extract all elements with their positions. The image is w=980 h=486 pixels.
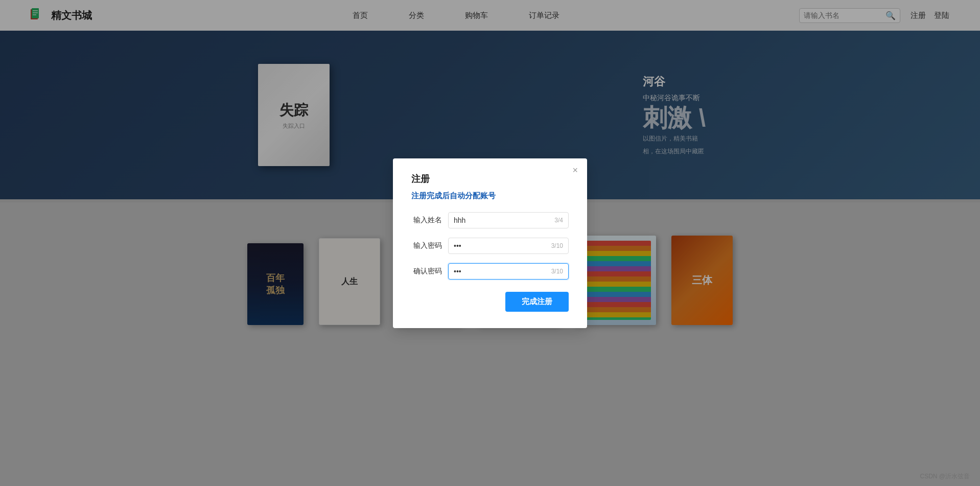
modal-title: 注册 — [411, 173, 569, 185]
submit-row: 完成注册 — [411, 292, 569, 312]
confirm-input[interactable] — [454, 267, 548, 275]
password-input[interactable] — [454, 242, 548, 250]
password-input-wrapper: 3/10 — [448, 238, 569, 254]
password-count: 3/10 — [551, 242, 563, 249]
modal-close-button[interactable]: × — [572, 166, 578, 175]
confirm-label: 确认密码 — [411, 267, 442, 276]
name-input[interactable] — [454, 216, 551, 224]
name-label: 输入姓名 — [411, 216, 442, 225]
modal-subtitle: 注册完成后自动分配账号 — [411, 191, 569, 201]
password-form-row: 输入密码 3/10 — [411, 238, 569, 254]
name-input-wrapper: 3/4 — [448, 212, 569, 228]
password-label: 输入密码 — [411, 241, 442, 250]
confirm-input-wrapper: 3/10 — [448, 263, 569, 280]
register-modal: × 注册 注册完成后自动分配账号 输入姓名 3/4 输入密码 3/10 确认密码… — [393, 158, 587, 328]
name-count: 3/4 — [554, 217, 563, 224]
confirm-count: 3/10 — [551, 268, 563, 275]
submit-button[interactable]: 完成注册 — [505, 292, 569, 312]
confirm-form-row: 确认密码 3/10 — [411, 263, 569, 280]
name-form-row: 输入姓名 3/4 — [411, 212, 569, 228]
modal-overlay: × 注册 注册完成后自动分配账号 输入姓名 3/4 输入密码 3/10 确认密码… — [0, 0, 980, 486]
